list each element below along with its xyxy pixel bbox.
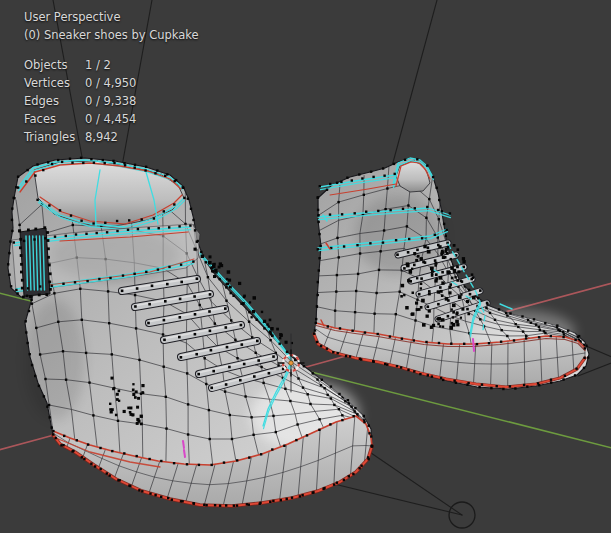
blender-3d-viewport[interactable]: User Perspective (0) Sneaker shoes by Cu… — [0, 0, 611, 533]
object-origin — [289, 361, 294, 366]
viewport-canvas[interactable] — [0, 0, 611, 533]
